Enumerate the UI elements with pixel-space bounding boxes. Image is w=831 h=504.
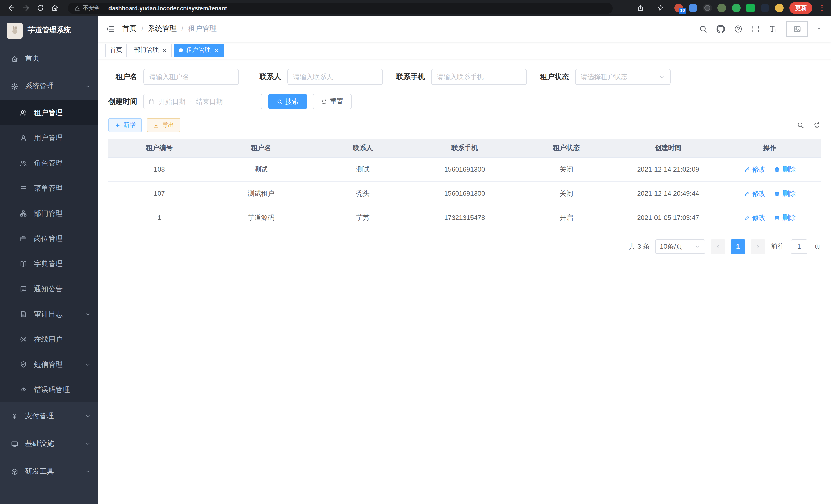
chevron-down-icon [694,243,700,249]
prev-page-button[interactable] [711,239,725,254]
kebab-menu-icon [818,4,826,12]
sidebar-item-label: 租户管理 [34,108,63,117]
sidebar-item-infrastructure[interactable]: 基础设施 [0,430,98,458]
extension-icon-5[interactable] [732,4,741,12]
home-icon [51,4,59,12]
browser-update-button[interactable]: 更新 [790,2,812,14]
breadcrumb-home[interactable]: 首页 [122,24,137,33]
header-search-button[interactable] [699,24,708,33]
sidebar-item-error-code-mgmt[interactable]: 错误码管理 [0,377,98,402]
url-divider [104,5,104,11]
extension-icon-6[interactable] [746,4,755,12]
sidebar-item-user-mgmt[interactable]: 用户管理 [0,125,98,151]
sidebar-item-tenant-mgmt[interactable]: 租户管理 [0,100,98,125]
tab-close-icon[interactable] [162,48,167,53]
sidebar-item-online-users[interactable]: 在线用户 [0,327,98,352]
contact-input[interactable] [293,73,377,81]
chevron-left-icon [715,243,721,249]
reset-button[interactable]: 重置 [313,93,351,110]
chevron-down-icon [85,469,91,475]
browser-home-button[interactable] [48,2,61,14]
sidebar-item-notice[interactable]: 通知公告 [0,276,98,302]
fullscreen-button[interactable] [751,24,760,33]
page-number-current[interactable]: 1 [731,239,745,254]
goto-page-input[interactable] [791,239,807,254]
main-area: 首页 / 系统管理 / 租户管理 [98,16,831,504]
sidebar-item-label: 支付管理 [25,412,54,421]
bookmark-button[interactable] [654,2,667,14]
warning-icon [74,5,80,11]
tenant-name-input[interactable] [149,73,233,81]
extension-icon-4[interactable] [717,4,726,12]
browser-back-button[interactable] [5,2,18,14]
browser-reload-button[interactable] [34,2,47,14]
edit-link[interactable]: 修改 [744,165,766,174]
sidebar-item-payment-mgmt[interactable]: 支付管理 [0,402,98,430]
toggle-search-button[interactable] [797,121,804,129]
extension-icon-1[interactable]: 10 [674,4,683,12]
sidebar-item-label: 基础设施 [25,439,54,448]
sidebar-item-system-mgmt[interactable]: 系统管理 [0,72,98,100]
delete-link[interactable]: 删除 [774,189,796,198]
sidebar-toggle-button[interactable] [106,24,115,33]
shield-icon [20,361,27,368]
sidebar-item-audit-log[interactable]: 审计日志 [0,302,98,327]
refresh-table-button[interactable] [813,121,821,129]
profile-avatar[interactable] [775,4,784,12]
edit-link[interactable]: 修改 [744,213,766,222]
sidebar-item-label: 研发工具 [25,467,54,476]
extension-icon-7[interactable] [761,4,769,12]
user-avatar[interactable] [786,21,808,37]
page-size-select[interactable]: 10条/页 [655,239,705,254]
tab-tenant-mgmt[interactable]: 租户管理 [174,43,224,57]
date-range-picker[interactable]: 开始日期 - 结束日期 [143,93,262,110]
sidebar: 芋道管理系统 首页 系统管理 租户管理 用户管理 [0,16,98,504]
help-button[interactable] [734,24,743,33]
sidebar-item-dev-tools[interactable]: 研发工具 [0,458,98,485]
caret-down-icon [816,26,822,31]
address-bar[interactable]: 不安全 dashboard.yudao.iocoder.cn/system/te… [68,2,612,13]
browser-forward-button[interactable] [20,2,32,14]
browser-menu-button[interactable] [818,4,826,12]
sidebar-item-post-mgmt[interactable]: 岗位管理 [0,226,98,251]
font-size-button[interactable] [769,24,778,33]
table-header: 租户编号 租户名 联系人 联系手机 租户状态 创建时间 操作 [109,139,821,157]
search-button[interactable]: 搜索 [268,93,307,110]
screen: 不安全 dashboard.yudao.iocoder.cn/system/te… [0,0,831,504]
back-arrow-icon [7,4,16,12]
next-page-button[interactable] [751,239,765,254]
tab-dept-mgmt[interactable]: 部门管理 [130,43,172,57]
extension-icon-3[interactable] [703,4,712,12]
tab-home[interactable]: 首页 [105,43,127,57]
sidebar-item-role-mgmt[interactable]: 角色管理 [0,151,98,176]
add-button[interactable]: 新增 [109,118,142,132]
chevron-down-icon [659,74,665,80]
sidebar-item-dict-mgmt[interactable]: 字典管理 [0,251,98,276]
cell-actions: 修改 删除 [719,181,821,206]
tab-close-icon[interactable] [214,48,219,53]
contact-label: 联系人 [252,72,281,82]
status-select[interactable]: 请选择租户状态 [575,69,671,85]
sidebar-item-menu-mgmt[interactable]: 菜单管理 [0,176,98,201]
edit-link[interactable]: 修改 [744,189,766,198]
security-chip[interactable]: 不安全 [74,4,100,12]
delete-link[interactable]: 删除 [774,165,796,174]
sidebar-item-home[interactable]: 首页 [0,45,98,72]
user-menu-caret[interactable] [816,26,822,31]
user-icon [20,134,27,142]
sidebar-item-sms-mgmt[interactable]: 短信管理 [0,352,98,377]
breadcrumb-system-mgmt[interactable]: 系统管理 [148,24,177,33]
delete-link[interactable]: 删除 [774,213,796,222]
share-button[interactable] [634,2,647,14]
extension-icon-2[interactable] [689,4,697,12]
broken-image-icon [793,25,801,33]
document-icon [20,310,27,318]
topbar: 首页 / 系统管理 / 租户管理 [98,16,831,41]
sidebar-item-dept-mgmt[interactable]: 部门管理 [0,201,98,226]
github-link[interactable] [716,24,725,33]
export-button[interactable]: 导出 [147,118,180,132]
phone-input[interactable] [437,73,521,81]
date-start-placeholder: 开始日期 [159,97,185,106]
chevron-down-icon [85,361,91,367]
app-logo[interactable]: 芋道管理系统 [0,16,98,45]
